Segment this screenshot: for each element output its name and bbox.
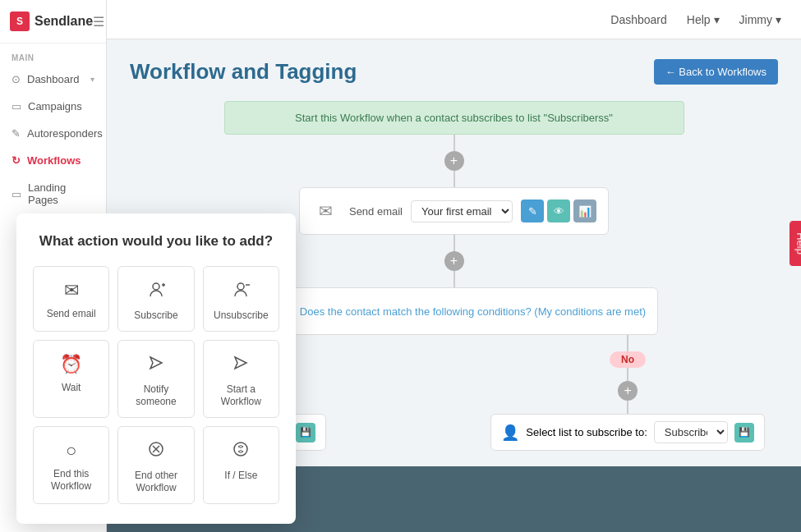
if-else-icon [232,440,250,463]
v-line-4 [453,271,455,287]
action-modal: What action would you like to add? ✉ Sen… [16,213,296,524]
help-chevron-icon: ▾ [714,13,720,26]
send-email-node: ✉ Send email Your first email ✎ 👁 📊 [299,187,609,235]
menu-icon[interactable]: ☰ [93,14,104,30]
subscribe-icon: 👤 [501,424,519,442]
modal-item-subscribe[interactable]: Subscribe [117,266,194,332]
modal-item-end-other-workflow[interactable]: End other Workflow [117,426,194,504]
add-after-trigger-btn[interactable]: + [444,151,464,171]
wait-icon: ⏰ [60,354,82,375]
logo: S Sendlane [10,11,93,31]
unsubscribe-item-label: Unsubscribe [214,310,269,323]
add-after-email-btn[interactable]: + [444,251,464,271]
end-other-item-label: End other Workflow [125,470,186,495]
modal-item-start-workflow[interactable]: Start a Workflow [203,340,279,418]
nav-dashboard[interactable]: Dashboard [610,13,667,26]
subscribe-item-label: Subscribe [134,310,177,323]
notify-item-label: Notify someone [125,383,186,409]
save-subscribe-btn[interactable]: 💾 [734,423,754,443]
send-email-icon: ✉ [64,280,79,301]
back-to-workflows-button[interactable]: ← Back to Workflows [654,59,778,85]
connector-1: + [444,135,464,187]
preview-email-btn[interactable]: 👁 [547,200,570,222]
sidebar-item-autoresponders[interactable]: ✎ Autoresponders [0,120,106,147]
connector-2: + [444,235,464,287]
subscribe-prefix: Select list to subscribe to: [526,426,647,438]
modal-item-wait[interactable]: ⏰ Wait [33,340,109,418]
sidebar-item-campaigns[interactable]: ▭ Campaigns [0,93,106,120]
svg-point-9 [234,443,247,456]
modal-item-if-else[interactable]: If / Else [203,426,279,504]
start-workflow-item-label: Start a Workflow [210,383,272,409]
email-node-icon: ✉ [311,196,341,226]
add-no-branch-btn[interactable]: + [618,381,638,401]
email-node-actions: ✎ 👁 📊 [521,200,596,222]
modal-grid: ✉ Send email Subscribe Unsubscribe ⏰ Wai… [33,266,279,504]
page-title: Workflow and Tagging [130,59,357,85]
trigger-banner: Start this Workflow when a contact subsc… [224,101,684,135]
workflows-icon: ↻ [12,154,21,167]
send-email-item-label: Send email [47,308,96,321]
save-tag-btn[interactable]: 💾 [296,423,315,443]
no-branch-label: No [610,351,646,368]
wait-item-label: Wait [62,382,81,395]
sidebar-item-dashboard[interactable]: ⊙ Dashboard ▾ [0,66,106,93]
svg-point-1 [153,283,159,290]
list-select[interactable]: Subscribers [654,421,728,443]
autoresponders-icon: ✎ [12,127,21,140]
modal-item-send-email[interactable]: ✉ Send email [33,266,109,332]
page-header: Workflow and Tagging ← Back to Workflows [130,59,778,85]
user-chevron-icon: ▾ [776,13,781,26]
modal-title: What action would you like to add? [33,233,279,250]
landing-pages-icon: ▭ [12,188,21,200]
logo-text: Sendlane [35,14,93,29]
subscribe-modal-icon [147,280,165,303]
notify-icon [147,354,165,377]
chevron-icon: ▾ [90,75,94,84]
help-tab[interactable]: Help [790,221,802,266]
v-line-1 [453,135,455,151]
email-select[interactable]: Your first email [411,200,513,222]
unsubscribe-modal-icon [232,280,250,303]
sidebar-item-workflows[interactable]: ↻ Workflows [0,147,106,174]
sidebar-item-landing-pages[interactable]: ▭ Landing Pages [0,174,106,213]
topnav: Dashboard Help ▾ Jimmy ▾ [107,0,801,39]
campaigns-icon: ▭ [12,100,21,112]
modal-item-unsubscribe[interactable]: Unsubscribe [203,266,279,332]
dashboard-icon: ⊙ [12,73,21,85]
end-other-icon [147,440,165,463]
nav-user[interactable]: Jimmy ▾ [739,13,781,26]
sidebar-label-landing-pages: Landing Pages [28,181,94,206]
modal-item-notify[interactable]: Notify someone [117,340,194,418]
send-email-label: Send email [349,205,403,218]
v-line-2 [453,171,455,187]
if-else-item-label: If / Else [224,470,257,483]
stats-email-btn[interactable]: 📊 [573,200,596,222]
condition-node: Does the contact match the following con… [250,287,658,335]
condition-text: Does the contact match the following con… [300,305,646,318]
end-workflow-item-label: End this Workflow [40,468,102,493]
end-workflow-icon: ○ [66,440,76,461]
sidebar-section-label: MAIN [0,44,106,66]
start-workflow-icon [232,354,250,377]
nav-help[interactable]: Help ▾ [687,13,720,26]
modal-item-end-workflow[interactable]: ○ End this Workflow [33,426,109,504]
sidebar-label-workflows: Workflows [27,154,81,167]
v-line-3 [453,235,455,251]
sidebar-header: S Sendlane ☰ [0,0,106,44]
svg-point-4 [237,283,244,290]
sidebar-label-campaigns: Campaigns [28,100,82,112]
subscribe-node: 👤 Select list to subscribe to: Subscribe… [490,414,764,451]
edit-email-btn[interactable]: ✎ [521,200,544,222]
sidebar-label-dashboard: Dashboard [27,73,80,85]
logo-icon: S [10,11,30,31]
sidebar-label-autoresponders: Autoresponders [27,127,103,140]
